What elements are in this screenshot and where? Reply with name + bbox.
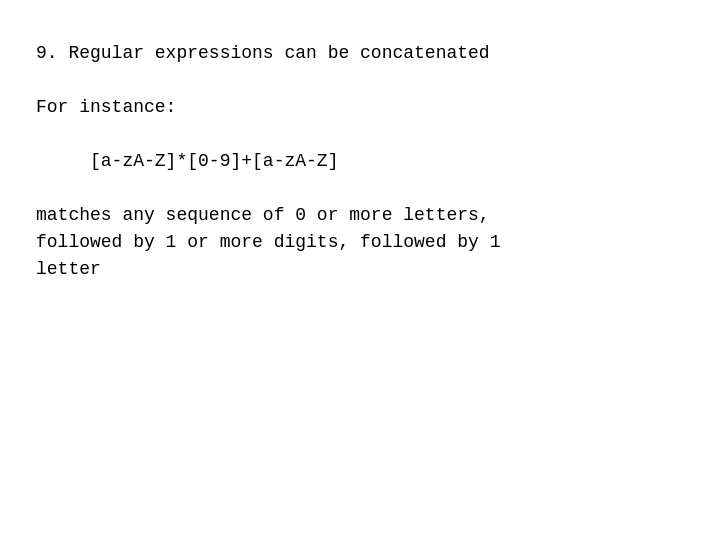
line-1: 9. Regular expressions can be concatenat…	[36, 40, 684, 67]
line-2: For instance:	[36, 94, 684, 121]
spacer-1	[36, 67, 684, 94]
line-3: [a-zA-Z]*[0-9]+[a-zA-Z]	[36, 148, 684, 175]
line-6: letter	[36, 256, 684, 283]
line-5: followed by 1 or more digits, followed b…	[36, 229, 684, 256]
spacer-3	[36, 175, 684, 202]
main-content: 9. Regular expressions can be concatenat…	[0, 0, 720, 323]
line-4: matches any sequence of 0 or more letter…	[36, 202, 684, 229]
spacer-2	[36, 121, 684, 148]
